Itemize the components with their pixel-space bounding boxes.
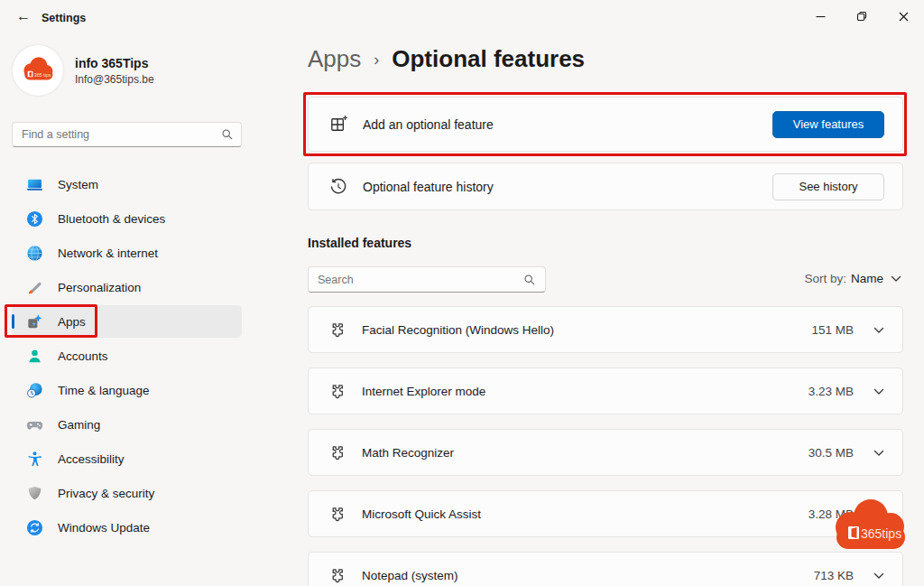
history-label: Optional feature history <box>363 180 494 194</box>
add-optional-feature-card: Add an optional feature View features <box>308 97 903 152</box>
puzzle-piece-icon <box>328 381 347 401</box>
feature-row-notepad-system[interactable]: Notepad (system)713 KB <box>308 552 903 586</box>
feature-size: 151 MB <box>811 323 854 337</box>
accounts-icon <box>26 348 43 365</box>
privacy-icon <box>26 485 43 502</box>
sidebar-item-label: Network & internet <box>58 246 158 260</box>
feature-row-microsoft-quick-assist[interactable]: Microsoft Quick Assist3.28 MB <box>308 490 903 537</box>
sidebar-item-apps[interactable]: Apps <box>12 305 242 338</box>
windows-update-icon <box>26 519 43 536</box>
search-icon <box>523 274 536 286</box>
minimize-button[interactable] <box>799 0 841 33</box>
apps-icon <box>26 313 43 330</box>
main-content: Apps › Optional features Add an optional… <box>308 33 903 586</box>
history-clock-icon <box>328 176 349 198</box>
365tips-cloud-logo-icon: 365 tips <box>14 47 61 94</box>
chevron-down-icon[interactable] <box>873 567 884 583</box>
installed-features-list: Facial Recognition (Windows Hello)151 MB… <box>308 306 903 586</box>
sidebar-nav: SystemBluetooth & devicesNetwork & inter… <box>12 168 242 545</box>
system-icon <box>26 176 43 193</box>
gaming-icon <box>26 416 43 433</box>
sidebar-item-label: Privacy & security <box>58 487 154 500</box>
feature-name: Notepad (system) <box>362 569 458 582</box>
sidebar-item-system[interactable]: System <box>12 168 242 200</box>
chevron-down-icon[interactable] <box>873 506 884 522</box>
sidebar-item-bluetooth-devices[interactable]: Bluetooth & devices <box>12 202 242 235</box>
feature-row-internet-explorer-mode[interactable]: Internet Explorer mode3.23 MB <box>308 367 903 414</box>
personalization-icon <box>26 279 43 296</box>
find-setting-searchbox[interactable] <box>12 122 242 147</box>
network-icon <box>26 245 43 262</box>
see-history-button[interactable]: See history <box>772 173 884 200</box>
sidebar-item-label: Gaming <box>58 418 100 432</box>
sidebar-item-label: Time & language <box>58 384 150 397</box>
feature-history-card: Optional feature history See history <box>308 163 903 210</box>
feature-size: 713 KB <box>814 569 854 582</box>
window-title: Settings <box>42 12 86 24</box>
puzzle-piece-icon <box>328 504 347 524</box>
accessibility-icon <box>26 451 43 468</box>
avatar: 365 tips <box>13 45 63 96</box>
close-button[interactable] <box>882 0 924 33</box>
minimize-icon <box>816 12 826 22</box>
feature-row-math-recognizer[interactable]: Math Recognizer30.5 MB <box>308 429 903 476</box>
installed-features-searchbox[interactable] <box>308 266 546 293</box>
title-bar: ← Settings <box>0 0 924 33</box>
sidebar-item-label: Personalization <box>58 281 141 294</box>
back-arrow-icon: ← <box>16 8 31 24</box>
puzzle-piece-icon <box>328 320 347 340</box>
profile-name: info 365Tips <box>75 56 154 70</box>
sidebar-item-personalization[interactable]: Personalization <box>12 271 242 303</box>
installed-features-heading: Installed features <box>308 236 411 250</box>
sidebar-item-label: Windows Update <box>58 521 150 535</box>
sidebar-item-network-internet[interactable]: Network & internet <box>12 237 242 269</box>
sidebar-item-label: System <box>58 178 98 191</box>
bluetooth-icon <box>26 210 43 228</box>
feature-name: Math Recognizer <box>362 446 454 460</box>
chevron-down-icon <box>891 275 901 283</box>
feature-size: 3.28 MB <box>808 507 854 521</box>
find-setting-input[interactable] <box>22 128 221 141</box>
feature-size: 3.23 MB <box>808 385 854 398</box>
breadcrumb: Apps › Optional features <box>308 45 585 73</box>
sidebar-item-label: Accessibility <box>58 452 125 466</box>
chevron-down-icon[interactable] <box>873 383 884 399</box>
sidebar-item-time-language[interactable]: Time & language <box>12 374 242 406</box>
svg-text:365 tips: 365 tips <box>34 72 51 78</box>
chevron-down-icon[interactable] <box>873 321 884 338</box>
feature-name: Facial Recognition (Windows Hello) <box>362 323 554 337</box>
user-profile[interactable]: 365 tips info 365Tips Info@365tips.be <box>13 45 154 96</box>
feature-size: 30.5 MB <box>808 446 854 460</box>
maximize-icon <box>856 11 867 22</box>
add-feature-grid-icon <box>328 114 349 135</box>
feature-name: Internet Explorer mode <box>362 385 485 398</box>
sort-by-value: Name <box>851 272 883 285</box>
sort-by-dropdown[interactable]: Sort by: Name <box>804 272 901 285</box>
sort-by-label: Sort by: <box>804 272 846 285</box>
chevron-down-icon[interactable] <box>873 444 884 460</box>
feature-name: Microsoft Quick Assist <box>362 507 481 521</box>
breadcrumb-separator-icon: › <box>374 51 379 70</box>
sidebar-item-label: Accounts <box>58 349 108 363</box>
back-button[interactable]: ← <box>9 5 38 27</box>
maximize-button[interactable] <box>841 0 882 33</box>
sidebar-item-privacy-security[interactable]: Privacy & security <box>12 477 242 509</box>
sidebar-item-windows-update[interactable]: Windows Update <box>12 511 242 544</box>
sidebar-item-accounts[interactable]: Accounts <box>12 340 242 372</box>
selected-accent-bar <box>12 314 14 329</box>
feature-row-facial-recognition-windows-hello[interactable]: Facial Recognition (Windows Hello)151 MB <box>308 306 903 353</box>
sidebar-item-accessibility[interactable]: Accessibility <box>12 442 242 475</box>
time-language-icon <box>26 382 43 399</box>
search-icon <box>221 128 234 141</box>
breadcrumb-apps[interactable]: Apps <box>308 45 361 73</box>
window-controls <box>799 0 924 33</box>
installed-features-search-input[interactable] <box>318 274 523 286</box>
sidebar-item-gaming[interactable]: Gaming <box>12 408 242 441</box>
sidebar: 365 tips info 365Tips Info@365tips.be Sy… <box>0 33 271 586</box>
puzzle-piece-icon <box>328 442 347 462</box>
puzzle-piece-icon <box>328 565 347 585</box>
view-features-button[interactable]: View features <box>772 111 884 138</box>
sidebar-item-label: Apps <box>58 315 86 329</box>
add-feature-label: Add an optional feature <box>363 117 494 132</box>
page-title: Optional features <box>392 45 585 73</box>
